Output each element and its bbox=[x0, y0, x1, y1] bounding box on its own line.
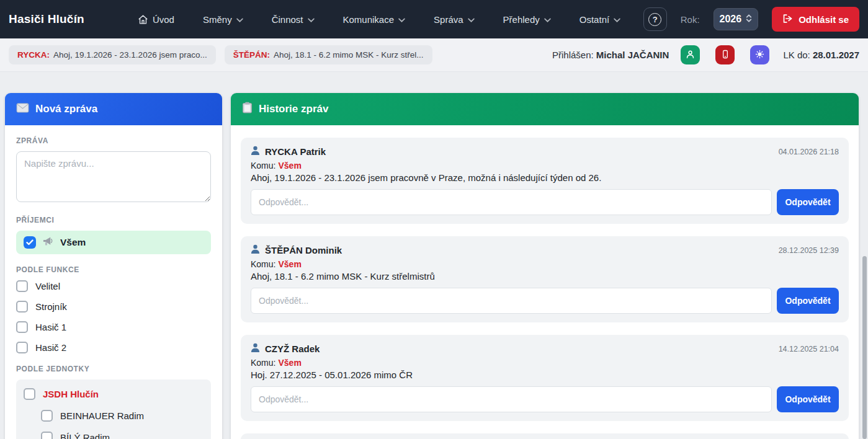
ticker-message[interactable]: RYCKA: Ahoj, 19.1.2026 - 23.1.2026 jsem … bbox=[9, 45, 216, 64]
message-date: 04.01.2026 21:18 bbox=[779, 148, 839, 156]
function-option-strojnik[interactable]: Strojník bbox=[16, 301, 211, 313]
message-card: RYCKA Patrik 04.01.2026 21:18 Komu:Všem … bbox=[241, 138, 849, 224]
compose-body: ZPRÁVA PŘÍJEMCI Všem PODLE FUNKCE Velite… bbox=[5, 125, 222, 439]
checkbox[interactable] bbox=[16, 342, 28, 353]
top-navbar: Hasiči Hlučín Úvod Směny Činnost Komunik… bbox=[0, 0, 868, 38]
reply-input[interactable] bbox=[251, 189, 772, 215]
lk-valid-until: LK do: 28.01.2027 bbox=[783, 50, 859, 60]
vertical-scrollbar[interactable] bbox=[862, 256, 867, 439]
reply-button[interactable]: Odpovědět bbox=[777, 288, 839, 314]
checkbox[interactable] bbox=[16, 280, 28, 292]
home-icon bbox=[138, 14, 148, 25]
theme-button[interactable] bbox=[750, 45, 769, 64]
to-value: Všem bbox=[278, 161, 301, 171]
logout-icon bbox=[782, 14, 793, 25]
history-panel: Historie zpráv RYCKA Patrik 04.01.2026 2… bbox=[231, 93, 859, 439]
message-text: Ahoj, 18.1 - 6.2 mimo MSK - Kurz střelmi… bbox=[251, 271, 839, 282]
recipient-all-label: Všem bbox=[60, 237, 86, 248]
message-text: Ahoj, 19.1.2026 - 23.1.2026 jsem pracovn… bbox=[251, 172, 839, 183]
nav-item-prehledy[interactable]: Přehledy bbox=[503, 14, 551, 25]
logged-in-name: Michal JAČANIN bbox=[596, 50, 669, 60]
recipient-all-row[interactable]: Všem bbox=[16, 231, 211, 254]
help-button[interactable]: ? bbox=[643, 7, 667, 31]
avatar-icon bbox=[251, 146, 260, 157]
app-brand: Hasiči Hlučín bbox=[9, 12, 84, 26]
logout-button[interactable]: Odhlásit se bbox=[772, 7, 859, 32]
message-text: Hoj. 27.12.2025 - 05.01.2026 mimo ČR bbox=[251, 370, 839, 380]
message-author: RYCKA Patrik bbox=[251, 146, 326, 157]
nav-label: Směny bbox=[203, 14, 232, 25]
checkbox[interactable] bbox=[41, 410, 53, 422]
reply-input[interactable] bbox=[251, 386, 772, 412]
function-option-velitel[interactable]: Velitel bbox=[16, 280, 211, 292]
message-author: CZYŽ Radek bbox=[251, 343, 320, 355]
lk-label: LK do: bbox=[783, 50, 810, 60]
member-option-bily[interactable]: BÍLÝ Radim bbox=[41, 432, 204, 439]
checkbox[interactable] bbox=[16, 321, 28, 333]
member-label: BÍLÝ Radim bbox=[60, 432, 110, 439]
main-content: Nová zpráva ZPRÁVA PŘÍJEMCI Všem PODLE F… bbox=[0, 72, 868, 439]
sun-icon bbox=[754, 49, 765, 61]
unit-name-label: JSDH Hlučín bbox=[43, 389, 99, 399]
message-date: 28.12.2025 12:39 bbox=[779, 246, 839, 255]
nav-label: Přehledy bbox=[503, 14, 540, 25]
checkbox[interactable] bbox=[41, 432, 53, 439]
envelope-icon bbox=[16, 103, 29, 116]
status-right: Přihlášen: Michal JAČANIN LK do: 28.01.2… bbox=[552, 45, 859, 64]
message-card-partial bbox=[241, 433, 849, 439]
year-select[interactable]: 2026 bbox=[714, 8, 759, 30]
reply-input[interactable] bbox=[251, 288, 772, 314]
message-section-label: ZPRÁVA bbox=[16, 136, 211, 145]
reply-row: Odpovědět bbox=[251, 386, 839, 412]
member-option-beinhauer[interactable]: BEINHAUER Radim bbox=[41, 410, 204, 422]
nav-item-ostatni[interactable]: Ostatní bbox=[579, 14, 620, 25]
nav-label: Úvod bbox=[153, 14, 174, 25]
mobile-button[interactable] bbox=[715, 45, 735, 64]
phone-icon bbox=[720, 49, 730, 61]
checkbox[interactable] bbox=[24, 388, 35, 400]
message-date: 14.12.2025 21:04 bbox=[779, 345, 839, 353]
logged-in-label: Přihlášen: bbox=[552, 50, 594, 60]
clipboard-icon bbox=[242, 102, 253, 117]
checkbox-all-checked[interactable] bbox=[24, 236, 36, 249]
to-value: Všem bbox=[278, 358, 301, 368]
author-name: CZYŽ Radek bbox=[265, 344, 320, 354]
ticker-text: Ahoj, 18.1 - 6.2 mimo MSK - Kurz střel..… bbox=[274, 50, 424, 60]
nav-item-komunikace[interactable]: Komunikace bbox=[343, 14, 406, 25]
nav-item-uvod[interactable]: Úvod bbox=[138, 14, 174, 25]
profile-button[interactable] bbox=[681, 45, 700, 64]
function-label: Velitel bbox=[35, 281, 60, 291]
message-to-line: Komu:Všem bbox=[251, 358, 839, 368]
nav-item-smeny[interactable]: Směny bbox=[203, 14, 243, 25]
nav-item-cinnost[interactable]: Činnost bbox=[272, 14, 315, 25]
status-bar: RYCKA: Ahoj, 19.1.2026 - 23.1.2026 jsem … bbox=[0, 38, 868, 72]
history-panel-header: Historie zpráv bbox=[231, 93, 859, 125]
to-label: Komu: bbox=[251, 259, 275, 269]
checkbox[interactable] bbox=[16, 301, 28, 313]
reply-button[interactable]: Odpovědět bbox=[777, 189, 839, 215]
ticker-author: RYCKA: bbox=[17, 50, 50, 60]
message-input[interactable] bbox=[16, 151, 211, 202]
ticker-message[interactable]: ŠTĚPÁN: Ahoj, 18.1 - 6.2 mimo MSK - Kurz… bbox=[225, 45, 432, 64]
chevron-down-icon bbox=[236, 18, 243, 22]
logged-in-user: Přihlášen: Michal JAČANIN bbox=[552, 50, 669, 60]
message-header: ŠTĚPÁN Dominik 28.12.2025 12:39 bbox=[251, 244, 839, 256]
to-label: Komu: bbox=[251, 358, 275, 368]
function-option-hasic2[interactable]: Hasič 2 bbox=[16, 342, 211, 353]
avatar-icon bbox=[251, 343, 260, 355]
history-panel-title: Historie zpráv bbox=[259, 103, 328, 115]
reply-button[interactable]: Odpovědět bbox=[777, 386, 839, 412]
message-header: CZYŽ Radek 14.12.2025 21:04 bbox=[251, 343, 839, 355]
unit-group: JSDH Hlučín BEINHAUER Radim BÍLÝ Radim bbox=[16, 379, 211, 439]
help-icon: ? bbox=[648, 13, 661, 26]
nav-item-sprava[interactable]: Správa bbox=[434, 14, 475, 25]
compose-panel-header: Nová zpráva bbox=[5, 93, 222, 125]
unit-option-jsdh-hlucin[interactable]: JSDH Hlučín bbox=[24, 388, 204, 400]
main-nav: Úvod Směny Činnost Komunikace Správa Pře… bbox=[138, 14, 620, 25]
logout-label: Odhlásit se bbox=[799, 14, 849, 25]
ticker-author: ŠTĚPÁN: bbox=[233, 50, 270, 60]
chevron-down-icon bbox=[398, 18, 405, 22]
recipients-section-label: PŘÍJEMCI bbox=[16, 216, 211, 224]
function-option-hasic1[interactable]: Hasič 1 bbox=[16, 321, 211, 333]
to-value: Všem bbox=[278, 259, 301, 269]
